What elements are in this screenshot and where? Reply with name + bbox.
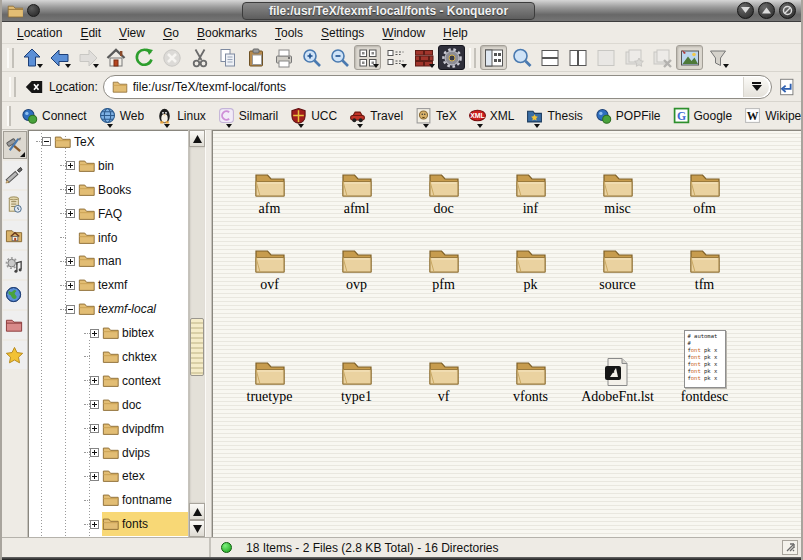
tree-item-hit[interactable]: TeX <box>54 130 188 154</box>
tree-item-fontname[interactable]: fontname <box>28 488 188 512</box>
scroll-thumb[interactable] <box>190 318 204 376</box>
copy-button[interactable] <box>214 45 241 70</box>
collapse-icon[interactable] <box>42 137 51 146</box>
expand-icon[interactable] <box>90 448 99 457</box>
tree-item-info[interactable]: info <box>28 226 188 250</box>
file-item-fontdesc[interactable]: # automat#font pk xfont pk xfont pk xfon… <box>661 292 748 404</box>
print-button[interactable] <box>270 45 297 70</box>
tree-item-dvipdfm[interactable]: dvipdfm <box>28 417 188 441</box>
tree-item-fonts[interactable]: fonts <box>28 512 188 536</box>
tree-item-bibtex[interactable]: bibtex <box>28 321 188 345</box>
location-value[interactable]: file:/usr/TeX/texmf-local/fonts <box>133 80 738 94</box>
close-button[interactable] <box>779 2 796 19</box>
file-item-vf[interactable]: vf <box>400 292 487 404</box>
file-item-type1[interactable]: type1 <box>313 292 400 404</box>
tree-item-hit[interactable]: info <box>78 226 188 250</box>
expand-icon[interactable] <box>66 281 75 290</box>
tree-item-hit[interactable]: Books <box>78 178 188 202</box>
scroll-up-button[interactable] <box>189 130 205 147</box>
up-button[interactable] <box>18 45 45 70</box>
tree-item-doc[interactable]: doc <box>28 393 188 417</box>
menu-tools[interactable]: Tools <box>266 24 312 42</box>
panel-splitter[interactable] <box>205 130 212 537</box>
menu-window[interactable]: Window <box>373 24 434 42</box>
tree-item-hit[interactable]: context <box>102 369 188 393</box>
filter-button[interactable] <box>704 45 731 70</box>
menu-help[interactable]: Help <box>434 24 477 42</box>
bookmark-silmaril[interactable]: Silmaril <box>213 104 283 128</box>
sb-config-button[interactable] <box>3 131 27 159</box>
sb-network-button[interactable] <box>3 281 27 309</box>
menu-location[interactable]: Location <box>8 24 71 42</box>
tree-item-hit[interactable]: chktex <box>102 345 188 369</box>
bricks-view-button[interactable] <box>410 45 437 70</box>
sidebar-toggle-button[interactable] <box>480 45 507 70</box>
expand-icon[interactable] <box>66 161 75 170</box>
bookmark-ucc[interactable]: UCC <box>285 104 342 128</box>
sb-star-button[interactable] <box>3 341 27 369</box>
menu-settings[interactable]: Settings <box>312 24 373 42</box>
expand-icon[interactable] <box>90 520 99 529</box>
sb-pen-button[interactable] <box>3 161 27 189</box>
tree-item-hit[interactable]: dvipdfm <box>102 417 188 441</box>
menu-go[interactable]: Go <box>154 24 188 42</box>
menu-bookmarks[interactable]: Bookmarks <box>188 24 266 42</box>
scroll-track[interactable] <box>189 147 205 503</box>
split-v-button[interactable] <box>564 45 591 70</box>
scroll-down-button[interactable] <box>189 520 205 537</box>
tree-item-chktex[interactable]: chktex <box>28 345 188 369</box>
tree-item-dvips[interactable]: dvips <box>28 441 188 465</box>
close-view-button[interactable] <box>592 45 619 70</box>
tree-item-hit[interactable]: doc <box>102 393 188 417</box>
cut-button[interactable] <box>186 45 213 70</box>
tree-scrollbar[interactable] <box>188 130 205 537</box>
home-button[interactable] <box>102 45 129 70</box>
sticky-button[interactable] <box>27 4 40 17</box>
expand-icon[interactable] <box>90 400 99 409</box>
menu-view[interactable]: View <box>110 24 154 42</box>
expand-icon[interactable] <box>66 209 75 218</box>
expand-icon[interactable] <box>90 376 99 385</box>
file-item-pfm[interactable]: pfm <box>400 216 487 292</box>
sb-history-button[interactable] <box>3 191 27 219</box>
tree-item-FAQ[interactable]: FAQ <box>28 202 188 226</box>
tree-item-man[interactable]: man <box>28 249 188 273</box>
toolbar-handle[interactable] <box>469 48 476 68</box>
close-tab-button[interactable] <box>648 45 675 70</box>
file-item-afm[interactable]: afm <box>226 140 313 216</box>
file-item-truetype[interactable]: truetype <box>226 292 313 404</box>
tree-item-Books[interactable]: Books <box>28 178 188 202</box>
tree-item-texmf[interactable]: texmf <box>28 273 188 297</box>
tree-item-hit[interactable]: fontname <box>102 488 188 512</box>
bookmark-tex[interactable]: TeX <box>410 104 462 128</box>
resize-grip[interactable] <box>782 540 798 555</box>
tree-item-hit[interactable]: dvips <box>102 441 188 465</box>
expand-icon[interactable] <box>66 257 75 266</box>
bookmark-web[interactable]: Web <box>94 104 149 128</box>
tree-item-hit[interactable]: man <box>78 249 188 273</box>
stop-button[interactable] <box>158 45 185 70</box>
sb-services-button[interactable] <box>3 251 27 279</box>
file-icon-view[interactable]: afmafmldocinfmiscofmovfovppfmpksourcetfm… <box>212 130 801 537</box>
file-item-AdobeFnt.lst[interactable]: AdobeFnt.lst <box>574 292 661 404</box>
find-button[interactable] <box>508 45 535 70</box>
tree-item-hit[interactable]: FAQ <box>78 202 188 226</box>
bookmark-popfile[interactable]: POPFile <box>590 104 666 128</box>
bookmark-connect[interactable]: Connect <box>16 104 92 128</box>
bookmark-thesis[interactable]: Thesis <box>521 104 587 128</box>
toolbar-handle[interactable] <box>7 106 11 126</box>
bookmark-travel[interactable]: Travel <box>344 104 408 128</box>
sb-root-button[interactable] <box>3 311 27 339</box>
file-item-afml[interactable]: afml <box>313 140 400 216</box>
location-dropdown-button[interactable] <box>743 77 769 97</box>
tree-item-hit[interactable]: bin <box>78 154 188 178</box>
paste-button[interactable] <box>242 45 269 70</box>
icon-view-button[interactable] <box>354 45 381 70</box>
bookmark-wikipedia[interactable]: WWikipedia <box>739 104 803 128</box>
expand-icon[interactable] <box>66 185 75 194</box>
file-item-inf[interactable]: inf <box>487 140 574 216</box>
file-item-misc[interactable]: misc <box>574 140 661 216</box>
file-item-source[interactable]: source <box>574 216 661 292</box>
file-item-pk[interactable]: pk <box>487 216 574 292</box>
titlebar[interactable]: file:/usr/TeX/texmf-local/fonts - Konque… <box>2 0 801 22</box>
